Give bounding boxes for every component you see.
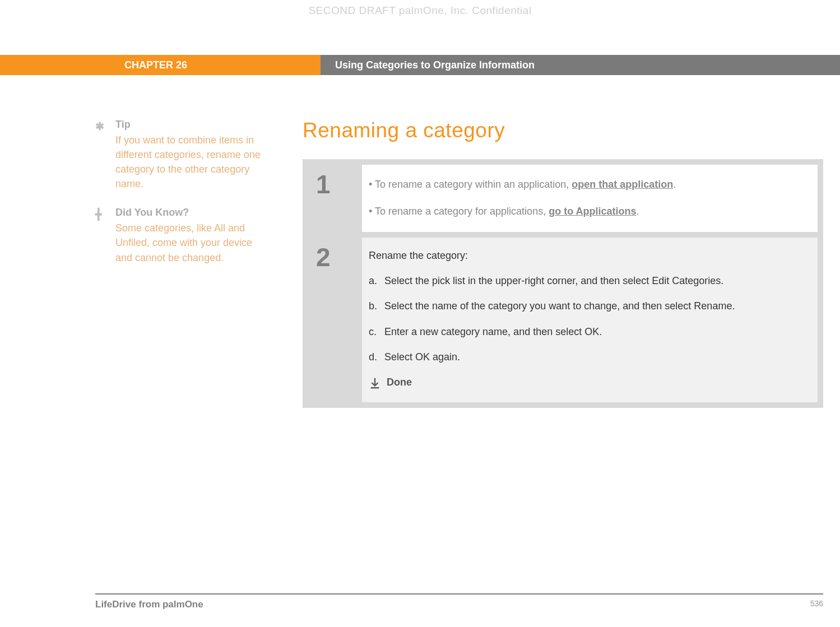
tip-body: If you want to combine items in differen…: [115, 133, 269, 191]
substep-d-letter: d.: [369, 350, 384, 364]
substep-b-text: Select the name of the category you want…: [384, 299, 735, 313]
chapter-label: CHAPTER 26: [0, 55, 321, 75]
substep-d-text: Select OK again.: [384, 350, 460, 364]
text: .: [636, 206, 639, 217]
main-column: Renaming a category 1 • To rename a cate…: [303, 119, 823, 408]
substep-a: a. Select the pick list in the upper-rig…: [369, 274, 804, 288]
step-2: 2 Rename the category: a. Select the pic…: [308, 238, 818, 402]
step-2-intro: Rename the category:: [369, 250, 804, 262]
tip-heading: Tip: [115, 119, 269, 131]
footer-product: LifeDrive from palmOne: [95, 599, 203, 610]
sidebar: ✱ Tip If you want to combine items in di…: [95, 119, 303, 408]
didyouknow-heading: Did You Know?: [115, 207, 269, 219]
chapter-header: CHAPTER 26 Using Categories to Organize …: [0, 55, 840, 75]
done-row: Done: [369, 377, 804, 389]
substep-b: b. Select the name of the category you w…: [369, 299, 804, 313]
didyouknow-body: Some categories, like All and Unfiled, c…: [115, 221, 269, 264]
tip-block: ✱ Tip If you want to combine items in di…: [95, 119, 269, 191]
substep-c-letter: c.: [369, 325, 384, 339]
text: • To rename a category for applications,: [369, 206, 549, 217]
substep-c-text: Enter a new category name, and then sele…: [384, 325, 602, 339]
asterisk-icon: ✱: [95, 120, 104, 133]
substep-a-letter: a.: [369, 274, 384, 288]
watermark-text: SECOND DRAFT palmOne, Inc. Confidential: [0, 4, 840, 17]
content-area: ✱ Tip If you want to combine items in di…: [95, 119, 823, 408]
text: • To rename a category within an applica…: [369, 179, 572, 190]
step-2-content: Rename the category: a. Select the pick …: [362, 238, 818, 402]
didyouknow-block: ╋ Did You Know? Some categories, like Al…: [95, 207, 269, 264]
substep-c: c. Enter a new category name, and then s…: [369, 325, 804, 339]
step-1-content: • To rename a category within an applica…: [362, 165, 818, 232]
substep-b-letter: b.: [369, 299, 384, 313]
step-1: 1 • To rename a category within an appli…: [308, 165, 818, 232]
steps-container: 1 • To rename a category within an appli…: [303, 159, 823, 408]
done-arrow-icon: [369, 377, 381, 389]
step-2-number: 2: [308, 238, 362, 402]
step-1-line-1: • To rename a category within an applica…: [369, 177, 804, 192]
substep-a-text: Select the pick list in the upper-right …: [384, 274, 723, 288]
step-1-number: 1: [308, 165, 362, 232]
step-1-line-2: • To rename a category for applications,…: [369, 204, 804, 219]
substep-d: d. Select OK again.: [369, 350, 804, 364]
plus-icon: ╋: [95, 208, 101, 221]
text: .: [673, 179, 676, 190]
footer-page-number: 536: [810, 599, 823, 610]
done-label: Done: [387, 377, 412, 388]
section-title: Renaming a category: [303, 119, 823, 142]
chapter-title: Using Categories to Organize Information: [321, 55, 840, 75]
open-application-link[interactable]: open that application: [572, 179, 673, 190]
page-footer: LifeDrive from palmOne 536: [95, 593, 823, 610]
go-to-applications-link[interactable]: go to Applications: [549, 206, 636, 217]
